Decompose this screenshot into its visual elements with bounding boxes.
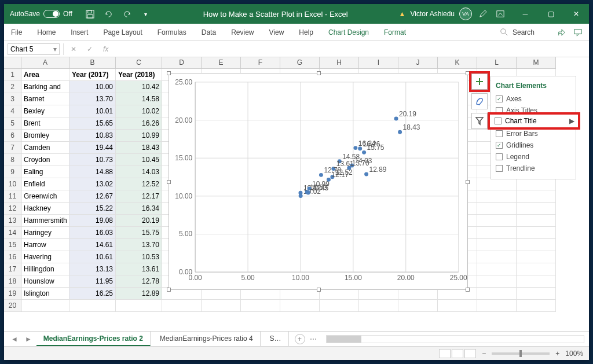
redo-icon[interactable] — [121, 8, 134, 20]
tab-help[interactable]: Help — [296, 28, 316, 36]
column-header[interactable]: E — [202, 57, 241, 69]
column-header[interactable]: F — [241, 57, 280, 69]
chart-element-option[interactable]: Legend — [496, 151, 571, 163]
tab-review[interactable]: Review — [229, 28, 256, 36]
column-header[interactable]: J — [398, 57, 438, 69]
cell[interactable]: 13.70 — [69, 93, 116, 105]
close-button[interactable]: ✕ — [563, 8, 589, 20]
cell[interactable]: 10.00 — [69, 81, 116, 93]
cell[interactable]: 10.73 — [69, 154, 116, 166]
cell[interactable]: 13.13 — [69, 263, 116, 275]
worksheet-grid[interactable]: ABCDEFGHIJKLM 12345678910111213141516171… — [4, 57, 589, 331]
tab-page-layout[interactable]: Page Layout — [101, 28, 144, 36]
zoom-level[interactable]: 100% — [565, 350, 583, 358]
cell[interactable] — [477, 203, 517, 215]
maximize-button[interactable]: ▢ — [538, 8, 563, 20]
cell[interactable] — [477, 190, 517, 203]
row-header[interactable]: 9 — [4, 166, 21, 178]
column-header[interactable]: K — [438, 57, 477, 69]
chart-filters-button[interactable] — [471, 113, 488, 129]
cell[interactable] — [241, 300, 280, 312]
row-header[interactable]: 15 — [4, 239, 21, 251]
qat-dropdown-icon[interactable]: ▾ — [140, 8, 152, 20]
cell[interactable]: 12.89 — [116, 288, 162, 300]
cell[interactable]: 10.02 — [116, 105, 162, 117]
save-icon[interactable] — [84, 8, 97, 20]
cell[interactable]: 16.03 — [69, 227, 116, 239]
cell[interactable] — [69, 300, 116, 312]
cell[interactable]: 16.26 — [116, 117, 162, 130]
cell[interactable] — [517, 300, 556, 312]
cell[interactable]: Area — [21, 69, 69, 81]
toggle-switch[interactable] — [43, 10, 60, 18]
cell[interactable]: Bexley — [21, 105, 69, 117]
cell[interactable]: Hillingdon — [21, 263, 69, 275]
avatar[interactable]: VA — [459, 8, 472, 20]
cell[interactable]: 20.19 — [116, 215, 162, 227]
cell[interactable] — [320, 300, 359, 312]
cell[interactable]: Year (2017) — [69, 69, 116, 81]
undo-icon[interactable] — [103, 8, 115, 20]
row-header[interactable]: 8 — [4, 154, 21, 166]
sheet-tab-active[interactable]: MedianEarnings-Prices ratio 2 — [36, 332, 151, 346]
horizontal-scrollbar[interactable] — [326, 335, 584, 343]
cell[interactable]: 14.03 — [116, 166, 162, 178]
cell[interactable] — [517, 227, 556, 239]
zoom-in-button[interactable]: + — [555, 350, 559, 358]
cell[interactable]: 10.42 — [116, 81, 162, 93]
checkbox[interactable]: ✓ — [496, 95, 503, 102]
zoom-out-button[interactable]: − — [482, 350, 486, 358]
cell[interactable] — [517, 178, 556, 190]
cell[interactable]: Hounslow — [21, 275, 69, 288]
row-header[interactable]: 5 — [4, 117, 21, 130]
row-header[interactable]: 18 — [4, 275, 21, 288]
row-header[interactable]: 2 — [4, 81, 21, 93]
cell[interactable] — [477, 239, 517, 251]
checkbox[interactable] — [495, 117, 502, 124]
cell[interactable]: 15.22 — [69, 203, 116, 215]
cell[interactable] — [517, 251, 556, 263]
autosave-toggle[interactable]: AutoSave Off — [4, 10, 78, 18]
cell[interactable]: 16.25 — [69, 288, 116, 300]
cell[interactable] — [477, 227, 517, 239]
cell[interactable] — [438, 300, 477, 312]
cell[interactable]: 14.88 — [69, 166, 116, 178]
cell[interactable] — [116, 300, 162, 312]
sheet-tab[interactable]: MedianEarnings-Prices ratio 4 — [153, 332, 261, 346]
column-header[interactable]: I — [359, 57, 398, 69]
cell[interactable]: 13.02 — [69, 178, 116, 190]
cell[interactable] — [359, 300, 398, 312]
cell[interactable] — [517, 288, 556, 300]
column-header[interactable]: G — [280, 57, 320, 69]
fx-icon[interactable]: fx — [100, 45, 112, 53]
sheet-tab[interactable]: S… — [263, 332, 289, 346]
cell[interactable]: 19.44 — [69, 142, 116, 154]
comments-icon[interactable] — [572, 26, 584, 39]
cell[interactable]: Hammersmith — [21, 215, 69, 227]
cell[interactable] — [280, 300, 320, 312]
checkbox[interactable] — [496, 165, 503, 172]
column-header[interactable]: H — [320, 57, 359, 69]
enter-formula-icon[interactable]: ✓ — [83, 45, 96, 53]
cell[interactable]: 10.53 — [116, 251, 162, 263]
cell[interactable]: 10.99 — [116, 130, 162, 142]
cell[interactable]: 18.43 — [116, 142, 162, 154]
cell[interactable]: Enfield — [21, 178, 69, 190]
new-sheet-button[interactable]: + — [295, 334, 305, 344]
chart-elements-button[interactable] — [471, 73, 488, 90]
row-header[interactable]: 1 — [4, 69, 21, 81]
cell[interactable]: Havering — [21, 251, 69, 263]
cell[interactable] — [477, 275, 517, 288]
cell[interactable]: Hackney — [21, 203, 69, 215]
cell[interactable]: Year (2018) — [116, 69, 162, 81]
page-layout-view-button[interactable] — [452, 349, 463, 358]
ribbon-search[interactable]: Search — [498, 28, 539, 36]
cell[interactable]: 16.34 — [116, 203, 162, 215]
tab-format[interactable]: Format — [382, 28, 408, 36]
column-header[interactable]: B — [69, 57, 116, 69]
cell[interactable]: 12.17 — [116, 190, 162, 203]
checkbox[interactable]: ✓ — [496, 142, 503, 149]
cell[interactable] — [477, 300, 517, 312]
row-header[interactable]: 10 — [4, 178, 21, 190]
row-header[interactable]: 3 — [4, 93, 21, 105]
